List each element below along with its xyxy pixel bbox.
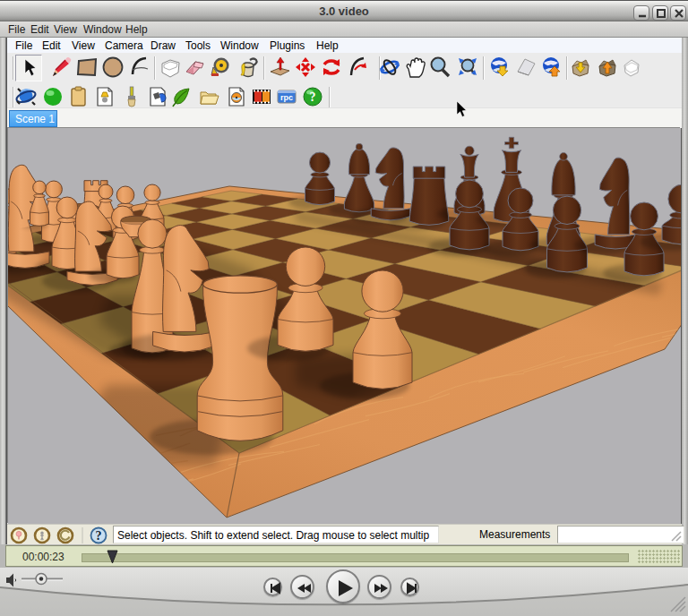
svg-text:?: ? <box>310 90 316 104</box>
svg-text:?: ? <box>96 529 102 543</box>
svg-text:rpc: rpc <box>280 93 293 102</box>
